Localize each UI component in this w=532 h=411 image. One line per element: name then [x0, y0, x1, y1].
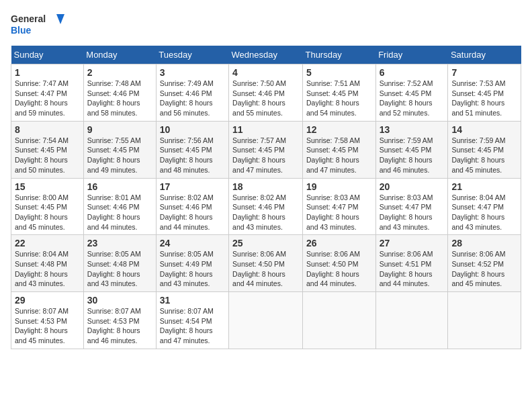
cell-info: Sunrise: 7:59 AMSunset: 4:45 PMDaylight:…: [380, 136, 433, 174]
calendar-week-5: 29Sunrise: 8:07 AMSunset: 4:53 PMDayligh…: [11, 292, 521, 349]
cell-info: Sunrise: 7:48 AMSunset: 4:46 PMDaylight:…: [87, 79, 141, 117]
calendar-cell: 18Sunrise: 8:02 AMSunset: 4:46 PMDayligh…: [229, 178, 303, 235]
svg-text:Blue: Blue: [11, 25, 32, 36]
calendar-cell: 28Sunrise: 8:06 AMSunset: 4:52 PMDayligh…: [448, 235, 521, 292]
calendar-cell: 27Sunrise: 8:06 AMSunset: 4:51 PMDayligh…: [375, 235, 448, 292]
day-number: 31: [160, 295, 225, 306]
calendar-cell: 29Sunrise: 8:07 AMSunset: 4:53 PMDayligh…: [11, 292, 84, 349]
calendar-table: SundayMondayTuesdayWednesdayThursdayFrid…: [11, 46, 521, 349]
calendar-cell: 14Sunrise: 7:59 AMSunset: 4:45 PMDayligh…: [448, 121, 521, 178]
day-number: 26: [306, 238, 372, 248]
calendar-cell: 23Sunrise: 8:05 AMSunset: 4:48 PMDayligh…: [83, 235, 156, 292]
calendar-cell: 22Sunrise: 8:04 AMSunset: 4:48 PMDayligh…: [11, 235, 84, 292]
day-number: 28: [451, 238, 517, 248]
calendar-cell: 25Sunrise: 8:06 AMSunset: 4:50 PMDayligh…: [229, 235, 303, 292]
cell-info: Sunrise: 7:53 AMSunset: 4:45 PMDaylight:…: [451, 79, 505, 117]
cell-info: Sunrise: 7:49 AMSunset: 4:46 PMDaylight:…: [160, 79, 214, 117]
day-number: 6: [380, 67, 445, 78]
cell-info: Sunrise: 7:57 AMSunset: 4:45 PMDaylight:…: [232, 136, 286, 174]
logo: General Blue: [11, 11, 64, 38]
calendar-header-row: SundayMondayTuesdayWednesdayThursdayFrid…: [11, 46, 521, 64]
calendar-cell: 21Sunrise: 8:04 AMSunset: 4:47 PMDayligh…: [448, 178, 521, 235]
day-number: 1: [15, 67, 80, 78]
day-number: 15: [15, 181, 80, 192]
day-number: 10: [160, 124, 225, 135]
logo-svg: General Blue: [11, 11, 64, 38]
calendar-cell: 24Sunrise: 8:05 AMSunset: 4:49 PMDayligh…: [156, 235, 228, 292]
cell-info: Sunrise: 8:07 AMSunset: 4:53 PMDaylight:…: [15, 307, 69, 345]
col-header-saturday: Saturday: [448, 46, 521, 64]
day-number: 4: [232, 67, 299, 78]
calendar-cell: 1Sunrise: 7:47 AMSunset: 4:47 PMDaylight…: [11, 64, 84, 122]
cell-info: Sunrise: 7:47 AMSunset: 4:47 PMDaylight:…: [15, 79, 69, 117]
cell-info: Sunrise: 8:02 AMSunset: 4:46 PMDaylight:…: [232, 193, 286, 231]
calendar-cell: 19Sunrise: 8:03 AMSunset: 4:47 PMDayligh…: [302, 178, 375, 235]
cell-info: Sunrise: 8:03 AMSunset: 4:47 PMDaylight:…: [380, 193, 433, 231]
day-number: 25: [232, 238, 299, 248]
cell-info: Sunrise: 7:56 AMSunset: 4:45 PMDaylight:…: [160, 136, 214, 174]
cell-info: Sunrise: 8:07 AMSunset: 4:54 PMDaylight:…: [160, 307, 214, 345]
cell-info: Sunrise: 7:55 AMSunset: 4:45 PMDaylight:…: [87, 136, 141, 174]
calendar-week-3: 15Sunrise: 8:00 AMSunset: 4:45 PMDayligh…: [11, 178, 521, 235]
day-number: 8: [15, 124, 80, 135]
svg-text:General: General: [11, 13, 46, 24]
cell-info: Sunrise: 8:03 AMSunset: 4:47 PMDaylight:…: [306, 193, 360, 231]
cell-info: Sunrise: 8:06 AMSunset: 4:51 PMDaylight:…: [380, 250, 433, 287]
cell-info: Sunrise: 7:58 AMSunset: 4:45 PMDaylight:…: [306, 136, 360, 174]
col-header-sunday: Sunday: [11, 46, 84, 64]
day-number: 30: [87, 295, 152, 306]
calendar-body: 1Sunrise: 7:47 AMSunset: 4:47 PMDaylight…: [11, 64, 521, 349]
cell-info: Sunrise: 8:06 AMSunset: 4:50 PMDaylight:…: [306, 250, 360, 287]
calendar-cell: 10Sunrise: 7:56 AMSunset: 4:45 PMDayligh…: [156, 121, 228, 178]
day-number: 9: [87, 124, 152, 135]
cell-info: Sunrise: 8:06 AMSunset: 4:50 PMDaylight:…: [232, 250, 286, 287]
cell-info: Sunrise: 8:02 AMSunset: 4:46 PMDaylight:…: [160, 193, 214, 231]
page-header: General Blue: [11, 11, 521, 38]
calendar-cell: 2Sunrise: 7:48 AMSunset: 4:46 PMDaylight…: [83, 64, 156, 122]
calendar-cell: 15Sunrise: 8:00 AMSunset: 4:45 PMDayligh…: [11, 178, 84, 235]
col-header-tuesday: Tuesday: [156, 46, 228, 64]
calendar-cell: 17Sunrise: 8:02 AMSunset: 4:46 PMDayligh…: [156, 178, 228, 235]
cell-info: Sunrise: 8:01 AMSunset: 4:46 PMDaylight:…: [87, 193, 141, 231]
day-number: 20: [380, 181, 445, 192]
day-number: 18: [232, 181, 299, 192]
day-number: 21: [451, 181, 517, 192]
day-number: 14: [451, 124, 517, 135]
day-number: 17: [160, 181, 225, 192]
day-number: 23: [87, 238, 152, 248]
day-number: 12: [306, 124, 372, 135]
calendar-week-4: 22Sunrise: 8:04 AMSunset: 4:48 PMDayligh…: [11, 235, 521, 292]
calendar-cell: 16Sunrise: 8:01 AMSunset: 4:46 PMDayligh…: [83, 178, 156, 235]
day-number: 29: [15, 295, 80, 306]
svg-marker-2: [56, 14, 64, 24]
col-header-monday: Monday: [83, 46, 156, 64]
col-header-friday: Friday: [375, 46, 448, 64]
day-number: 16: [87, 181, 152, 192]
day-number: 27: [380, 238, 445, 248]
calendar-cell: 30Sunrise: 8:07 AMSunset: 4:53 PMDayligh…: [83, 292, 156, 349]
calendar-cell: 5Sunrise: 7:51 AMSunset: 4:45 PMDaylight…: [302, 64, 375, 122]
cell-info: Sunrise: 8:06 AMSunset: 4:52 PMDaylight:…: [451, 250, 505, 287]
calendar-cell: [448, 292, 521, 349]
day-number: 11: [232, 124, 299, 135]
day-number: 7: [451, 67, 517, 78]
day-number: 22: [15, 238, 80, 248]
day-number: 2: [87, 67, 152, 78]
cell-info: Sunrise: 8:00 AMSunset: 4:45 PMDaylight:…: [15, 193, 69, 231]
col-header-wednesday: Wednesday: [229, 46, 303, 64]
calendar-week-1: 1Sunrise: 7:47 AMSunset: 4:47 PMDaylight…: [11, 64, 521, 122]
cell-info: Sunrise: 7:54 AMSunset: 4:45 PMDaylight:…: [15, 136, 69, 174]
calendar-cell: 8Sunrise: 7:54 AMSunset: 4:45 PMDaylight…: [11, 121, 84, 178]
cell-info: Sunrise: 8:05 AMSunset: 4:48 PMDaylight:…: [87, 250, 141, 287]
day-number: 13: [380, 124, 445, 135]
calendar-cell: [229, 292, 303, 349]
calendar-cell: [302, 292, 375, 349]
calendar-cell: 9Sunrise: 7:55 AMSunset: 4:45 PMDaylight…: [83, 121, 156, 178]
day-number: 5: [306, 67, 372, 78]
calendar-cell: 12Sunrise: 7:58 AMSunset: 4:45 PMDayligh…: [302, 121, 375, 178]
calendar-cell: 3Sunrise: 7:49 AMSunset: 4:46 PMDaylight…: [156, 64, 228, 122]
col-header-thursday: Thursday: [302, 46, 375, 64]
day-number: 24: [160, 238, 225, 248]
calendar-cell: 13Sunrise: 7:59 AMSunset: 4:45 PMDayligh…: [375, 121, 448, 178]
calendar-week-2: 8Sunrise: 7:54 AMSunset: 4:45 PMDaylight…: [11, 121, 521, 178]
